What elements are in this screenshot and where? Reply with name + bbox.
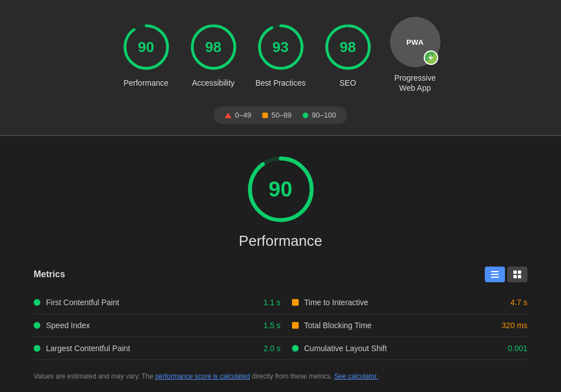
score-value-best-practices: 93 — [272, 39, 289, 56]
score-item-pwa: PWA + ProgressiveWeb App — [390, 17, 441, 93]
legend-label-orange: 50–89 — [271, 111, 291, 119]
metric-row-fcp: First Contentful Paint 1.1 s — [34, 291, 281, 314]
gauge-best-practices: 93 — [256, 22, 306, 72]
gauge-accessibility: 98 — [188, 22, 239, 72]
footer-note: Values are estimated and may vary. The p… — [34, 371, 527, 381]
scores-row: 90 Performance 98 Accessibility — [121, 17, 441, 93]
legend-square-icon — [262, 113, 268, 118]
metric-value-cls: 0.001 — [508, 344, 527, 353]
metric-row-tti: Time to Interactive 4.7 s — [281, 291, 528, 314]
metric-indicator-tbt — [292, 322, 299, 329]
metric-row-tbt: Total Blocking Time 320 ms — [281, 314, 528, 337]
gauge-performance: 90 — [121, 22, 171, 72]
score-label-best-practices: Best Practices — [256, 78, 305, 88]
metric-value-tbt: 320 ms — [502, 321, 527, 330]
metric-row-si: Speed Index 1.5 s — [34, 314, 281, 337]
metric-indicator-fcp — [34, 299, 40, 306]
metric-name-fcp: First Contentful Paint — [46, 298, 258, 307]
svg-rect-15 — [513, 275, 517, 278]
pwa-badge: PWA + — [390, 17, 441, 67]
score-value-performance: 90 — [138, 39, 154, 56]
toggle-grid-button[interactable] — [507, 267, 527, 282]
score-value-accessibility: 98 — [205, 39, 221, 56]
metrics-header: Metrics — [34, 267, 527, 282]
footer-prefix: Values are estimated and may vary. The — [34, 372, 155, 380]
metric-row-lcp: Largest Contentful Paint 2.0 s — [34, 337, 281, 360]
legend-item-green: 90–100 — [303, 111, 336, 119]
metric-row-cls: Cumulative Layout Shift 0.001 — [281, 337, 528, 360]
score-item-performance: 90 Performance — [121, 22, 171, 88]
metric-indicator-cls — [292, 345, 299, 352]
metric-indicator-lcp — [34, 345, 40, 352]
view-toggle — [485, 267, 527, 282]
metric-name-cls: Cumulative Layout Shift — [304, 344, 502, 353]
metric-name-si: Speed Index — [46, 321, 258, 330]
score-value-seo: 98 — [340, 39, 356, 56]
footer-middle: directly from these metrics. — [250, 372, 334, 380]
metrics-grid: First Contentful Paint 1.1 s Time to Int… — [34, 291, 527, 360]
metric-name-lcp: Largest Contentful Paint — [46, 344, 258, 353]
main-gauge-container: 90 Performance — [34, 153, 527, 250]
metric-value-lcp: 2.0 s — [263, 344, 280, 353]
score-label-accessibility: Accessibility — [192, 78, 234, 88]
metric-value-fcp: 1.1 s — [263, 298, 280, 307]
top-section: 90 Performance 98 Accessibility — [0, 0, 561, 136]
score-item-best-practices: 93 Best Practices — [256, 22, 306, 88]
svg-rect-11 — [491, 274, 499, 275]
metrics-title: Metrics — [34, 269, 65, 279]
metric-value-tti: 4.7 s — [511, 298, 527, 307]
pwa-plus-icon: + — [425, 52, 437, 64]
score-item-seo: 98 SEO — [323, 22, 373, 88]
legend-item-orange: 50–89 — [262, 111, 291, 119]
metrics-section: Metrics — [34, 267, 527, 360]
svg-rect-16 — [518, 275, 521, 278]
score-item-accessibility: 98 Accessibility — [188, 22, 239, 88]
metric-value-si: 1.5 s — [263, 321, 280, 330]
metric-indicator-si — [34, 322, 40, 329]
svg-rect-13 — [513, 270, 517, 274]
footer-link-score[interactable]: performance score is calculated — [155, 372, 250, 380]
score-label-seo: SEO — [340, 78, 356, 88]
svg-rect-12 — [491, 277, 499, 278]
main-score-label: Performance — [239, 232, 322, 250]
footer-link-calculator[interactable]: See calculator. — [334, 372, 378, 380]
main-score-value: 90 — [268, 178, 292, 202]
bottom-section: 90 Performance Metrics — [0, 136, 561, 392]
legend-triangle-icon — [225, 113, 231, 118]
metric-name-tti: Time to Interactive — [304, 298, 505, 307]
legend-circle-icon — [303, 113, 308, 118]
legend-label-green: 90–100 — [312, 111, 336, 119]
score-label-performance: Performance — [123, 78, 168, 88]
svg-rect-10 — [491, 271, 499, 272]
main-gauge: 90 — [244, 153, 317, 226]
legend-item-red: 0–49 — [225, 111, 251, 119]
legend-label-red: 0–49 — [235, 111, 251, 119]
svg-rect-14 — [518, 270, 521, 274]
pwa-plus-badge: + — [424, 50, 438, 65]
legend-bar: 0–49 50–89 90–100 — [214, 106, 347, 124]
metric-indicator-tti — [292, 299, 299, 306]
metric-name-tbt: Total Blocking Time — [304, 321, 497, 330]
score-label-pwa: ProgressiveWeb App — [395, 73, 436, 93]
gauge-seo: 98 — [323, 22, 373, 72]
toggle-list-button[interactable] — [485, 267, 505, 282]
pwa-text: PWA — [406, 38, 424, 46]
